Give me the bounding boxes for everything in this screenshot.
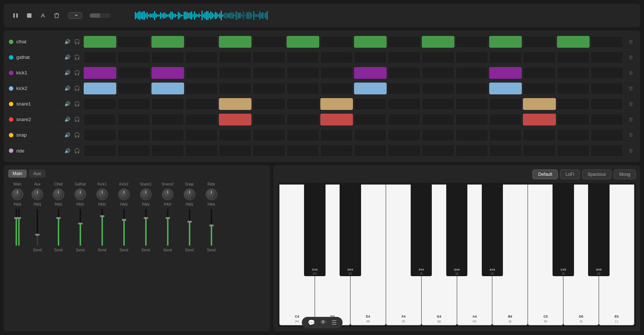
step-cell[interactable] xyxy=(557,114,590,125)
volume-icon[interactable]: 🔊 xyxy=(64,117,70,122)
step-cell[interactable] xyxy=(422,114,454,125)
fader-handle[interactable] xyxy=(100,215,104,217)
black-key-Fs4[interactable]: F#4(t) xyxy=(411,184,432,276)
step-cell[interactable] xyxy=(84,67,116,79)
step-cell[interactable] xyxy=(117,51,150,63)
step-cell[interactable] xyxy=(320,51,353,63)
black-key-Cs4[interactable]: C#4(w) xyxy=(304,184,326,276)
volume-icon[interactable]: 🔊 xyxy=(64,132,70,138)
black-key-Cs5[interactable]: C#5(i) xyxy=(553,184,574,276)
fader-handle[interactable] xyxy=(166,217,170,219)
step-cell[interactable] xyxy=(489,114,522,125)
step-cell[interactable] xyxy=(185,129,218,141)
headphone-icon[interactable]: 🎧 xyxy=(74,39,80,44)
step-cell[interactable] xyxy=(287,129,319,141)
pan-knob[interactable] xyxy=(11,188,23,200)
mixer-tab-aux[interactable]: Aux xyxy=(29,170,46,178)
fader-handle[interactable] xyxy=(144,217,148,219)
step-cell[interactable] xyxy=(557,83,590,94)
track-delete-button[interactable]: 🗑 xyxy=(626,70,635,76)
step-cell[interactable] xyxy=(354,36,387,48)
fader-handle[interactable] xyxy=(35,234,40,236)
pan-knob[interactable] xyxy=(31,188,43,200)
step-cell[interactable] xyxy=(591,114,623,125)
step-cell[interactable] xyxy=(422,98,454,110)
step-cell[interactable] xyxy=(84,129,116,141)
step-cell[interactable] xyxy=(219,51,251,63)
step-cell[interactable] xyxy=(320,67,353,79)
headphone-icon[interactable]: 🎧 xyxy=(74,70,80,76)
volume-icon[interactable]: 🔊 xyxy=(64,70,70,76)
step-cell[interactable] xyxy=(456,145,488,157)
step-cell[interactable] xyxy=(320,145,353,157)
step-cell[interactable] xyxy=(591,36,623,48)
fader-handle[interactable] xyxy=(122,219,126,221)
step-cell[interactable] xyxy=(456,129,488,141)
step-cell[interactable] xyxy=(354,83,387,94)
velocity-mode-button[interactable] xyxy=(100,13,110,18)
step-cell[interactable] xyxy=(185,145,218,157)
step-cell[interactable] xyxy=(456,51,488,63)
step-cell[interactable] xyxy=(422,36,454,48)
step-cell[interactable] xyxy=(151,83,184,94)
preset-button-spacious[interactable]: Spacious xyxy=(582,170,611,179)
steps-mode-button[interactable] xyxy=(90,13,100,18)
step-cell[interactable] xyxy=(84,114,116,125)
step-cell[interactable] xyxy=(117,114,150,125)
pan-knob[interactable] xyxy=(118,188,130,200)
volume-icon[interactable]: 🔊 xyxy=(64,54,70,60)
step-cell[interactable] xyxy=(185,98,218,110)
step-cell[interactable] xyxy=(591,98,623,110)
step-cell[interactable] xyxy=(422,145,454,157)
fader-handle[interactable] xyxy=(17,217,21,219)
step-cell[interactable] xyxy=(489,36,522,48)
step-cell[interactable] xyxy=(591,129,623,141)
headphone-icon[interactable]: 🎧 xyxy=(74,148,80,154)
play-pause-button[interactable] xyxy=(11,11,20,20)
pan-knob[interactable] xyxy=(96,188,108,200)
step-cell[interactable] xyxy=(117,67,150,79)
headphone-icon[interactable]: 🎧 xyxy=(74,132,80,138)
step-cell[interactable] xyxy=(287,51,319,63)
chat-icon[interactable]: 💬 xyxy=(308,319,315,326)
delete-button[interactable] xyxy=(53,11,61,20)
step-cell[interactable] xyxy=(320,36,353,48)
step-cell[interactable] xyxy=(523,83,555,94)
step-cell[interactable] xyxy=(523,67,555,79)
step-cell[interactable] xyxy=(253,51,285,63)
step-cell[interactable] xyxy=(219,67,251,79)
step-cell[interactable] xyxy=(591,83,623,94)
step-cell[interactable] xyxy=(151,51,184,63)
steps-dropdown[interactable] xyxy=(68,12,82,19)
step-cell[interactable] xyxy=(84,36,116,48)
step-cell[interactable] xyxy=(354,145,387,157)
track-delete-button[interactable]: 🗑 xyxy=(626,39,635,44)
step-cell[interactable] xyxy=(253,67,285,79)
step-cell[interactable] xyxy=(388,67,420,79)
step-cell[interactable] xyxy=(84,98,116,110)
step-cell[interactable] xyxy=(591,67,623,79)
step-cell[interactable] xyxy=(456,98,488,110)
step-cell[interactable] xyxy=(523,98,555,110)
step-cell[interactable] xyxy=(523,114,555,125)
pan-knob[interactable] xyxy=(53,188,64,200)
mixer-tab-main[interactable]: Main xyxy=(8,170,27,178)
step-cell[interactable] xyxy=(388,83,420,94)
step-cell[interactable] xyxy=(219,83,251,94)
step-cell[interactable] xyxy=(557,51,590,63)
black-key-Gs4[interactable]: G#4(y) xyxy=(446,184,468,276)
step-cell[interactable] xyxy=(320,98,353,110)
fader-handle[interactable] xyxy=(187,221,192,223)
step-cell[interactable] xyxy=(388,51,420,63)
volume-icon[interactable]: 🔊 xyxy=(64,39,70,44)
step-cell[interactable] xyxy=(185,51,218,63)
step-cell[interactable] xyxy=(320,83,353,94)
step-cell[interactable] xyxy=(84,145,116,157)
step-cell[interactable] xyxy=(219,129,251,141)
volume-icon[interactable]: 🔊 xyxy=(64,101,70,107)
pan-knob[interactable] xyxy=(162,188,174,200)
step-cell[interactable] xyxy=(557,36,590,48)
pan-knob[interactable] xyxy=(74,188,86,200)
step-cell[interactable] xyxy=(489,98,522,110)
preset-button-default[interactable]: Default xyxy=(533,170,558,179)
